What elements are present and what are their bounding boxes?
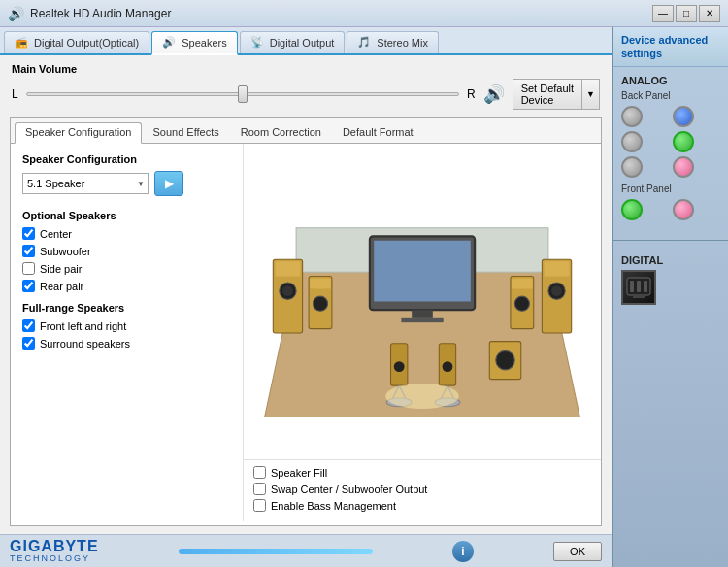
close-button[interactable]: ✕ xyxy=(699,5,720,22)
svg-rect-15 xyxy=(310,279,331,289)
volume-r-label: R xyxy=(467,87,476,101)
volume-section: Main Volume L R 🔊 Set DefaultDevice ▼ xyxy=(0,55,612,117)
side-pair-checkbox[interactable] xyxy=(22,262,35,275)
volume-thumb[interactable] xyxy=(238,85,248,103)
volume-l-label: L xyxy=(12,87,18,101)
checkbox-front-lr: Front left and right xyxy=(22,319,231,332)
ok-button[interactable]: OK xyxy=(553,542,602,561)
jack-back-2[interactable] xyxy=(673,106,694,127)
window-controls: — □ ✕ xyxy=(652,5,720,22)
speaker-fill-checkbox[interactable] xyxy=(253,466,266,479)
jack-front-2[interactable] xyxy=(673,199,694,220)
rear-pair-checkbox[interactable] xyxy=(22,280,35,292)
speaker-stage-svg xyxy=(244,144,601,459)
play-button[interactable]: ▶ xyxy=(154,171,183,196)
center-label: Center xyxy=(40,228,72,240)
speaker-fill-label: Speaker Fill xyxy=(271,467,327,479)
checkbox-subwoofer: Subwoofer xyxy=(22,245,231,257)
speakers-icon: 🔊 xyxy=(162,36,176,49)
tab-digital-output-optical[interactable]: 📻 Digital Output(Optical) xyxy=(4,31,149,53)
sub-tab-default-format[interactable]: Default Format xyxy=(332,122,424,143)
sub-tabs: Speaker Configuration Sound Effects Room… xyxy=(11,118,601,144)
front-lr-checkbox[interactable] xyxy=(22,319,35,332)
tab-stereo-mix[interactable]: 🎵 Stereo Mix xyxy=(347,31,439,53)
speaker-fill-row: Speaker Fill xyxy=(253,466,591,479)
bass-mgmt-checkbox[interactable] xyxy=(253,499,266,512)
svg-rect-34 xyxy=(630,281,634,292)
speaker-config-row: 5.1 Speaker Stereo Quadraphonic 7.1 Spea… xyxy=(22,171,231,196)
right-sidebar: Device advancedsettings ANALOG Back Pane… xyxy=(612,27,728,567)
digital-port-icon xyxy=(621,270,656,305)
svg-rect-3 xyxy=(275,261,300,276)
subwoofer-checkbox[interactable] xyxy=(22,245,35,257)
bass-mgmt-row: Enable Bass Management xyxy=(253,499,591,512)
tab-digital-output[interactable]: 📡 Digital Output xyxy=(240,31,346,53)
speaker-config-label: Speaker Configuration xyxy=(22,153,231,165)
analog-title: ANALOG xyxy=(621,75,720,86)
jack-back-3[interactable] xyxy=(621,131,643,152)
fullrange-speakers-title: Full-range Speakers xyxy=(22,302,231,314)
digital-output-optical-icon: 📻 xyxy=(15,36,28,49)
info-button[interactable]: i xyxy=(452,541,474,562)
app-icon: 🔊 xyxy=(8,6,24,21)
technology-text: TECHNOLOGY xyxy=(10,554,99,563)
speaker-content: Speaker Configuration 5.1 Speaker Stereo… xyxy=(11,144,601,521)
jack-back-6[interactable] xyxy=(673,156,694,178)
sub-tab-speaker-config[interactable]: Speaker Configuration xyxy=(15,122,142,144)
digital-section: DIGITAL xyxy=(613,247,728,313)
checkbox-surround: Surround speakers xyxy=(22,337,231,350)
speaker-visualization: Speaker Fill Swap Center / Subwoofer Out… xyxy=(244,144,601,521)
volume-slider[interactable] xyxy=(26,84,459,104)
speaker-left-panel: Speaker Configuration 5.1 Speaker Stereo… xyxy=(11,144,244,521)
minimize-button[interactable]: — xyxy=(652,5,674,22)
svg-point-31 xyxy=(496,350,514,369)
speaker-config-dropdown-wrapper: 5.1 Speaker Stereo Quadraphonic 7.1 Spea… xyxy=(22,173,149,194)
svg-point-26 xyxy=(443,361,453,372)
tab-speakers-label: Speakers xyxy=(182,37,226,49)
swap-center-row: Swap Center / Subwoofer Output xyxy=(253,483,591,495)
stereo-mix-icon: 🎵 xyxy=(357,36,371,49)
maximize-button[interactable]: □ xyxy=(676,5,697,22)
checkbox-side-pair: Side pair xyxy=(22,262,231,275)
jack-back-4[interactable] xyxy=(673,131,694,152)
volume-speaker-icon[interactable]: 🔊 xyxy=(483,83,505,105)
back-panel-title: Back Panel xyxy=(621,90,720,101)
front-panel-jacks xyxy=(621,199,720,220)
svg-rect-37 xyxy=(633,295,645,298)
tab-digital-output-label: Digital Output xyxy=(270,37,335,49)
device-advanced-link[interactable]: Device advancedsettings xyxy=(621,34,708,59)
subwoofer-label: Subwoofer xyxy=(40,246,91,257)
front-lr-label: Front left and right xyxy=(40,320,126,332)
sub-tab-sound-effects[interactable]: Sound Effects xyxy=(142,122,229,143)
titlebar: 🔊 Realtek HD Audio Manager — □ ✕ xyxy=(0,0,728,27)
volume-label: Main Volume xyxy=(12,63,600,75)
svg-point-9 xyxy=(551,285,562,296)
sub-tab-room-correction[interactable]: Room Correction xyxy=(230,122,332,143)
set-default-device-arrow-icon[interactable]: ▼ xyxy=(582,86,599,102)
surround-label: Surround speakers xyxy=(40,338,130,350)
left-content: 📻 Digital Output(Optical) 🔊 Speakers 📡 D… xyxy=(0,27,612,567)
jack-back-5[interactable] xyxy=(621,156,643,178)
surround-checkbox[interactable] xyxy=(22,337,35,350)
rear-pair-label: Rear pair xyxy=(40,281,83,292)
swap-center-checkbox[interactable] xyxy=(253,483,266,495)
bottom-progress-bar xyxy=(179,549,373,554)
bass-mgmt-label: Enable Bass Management xyxy=(271,500,396,512)
checkbox-rear-pair: Rear pair xyxy=(22,280,231,292)
svg-rect-35 xyxy=(637,281,641,292)
panel-area: Speaker Configuration Sound Effects Room… xyxy=(10,117,602,526)
set-default-device-label: Set DefaultDevice xyxy=(513,80,582,109)
tab-stereo-mix-label: Stereo Mix xyxy=(377,37,428,49)
bottom-checkboxes: Speaker Fill Swap Center / Subwoofer Out… xyxy=(244,459,601,521)
svg-point-16 xyxy=(313,296,327,311)
set-default-device-button[interactable]: Set DefaultDevice ▼ xyxy=(513,79,600,110)
tab-digital-output-optical-label: Digital Output(Optical) xyxy=(34,37,139,49)
jack-front-1[interactable] xyxy=(621,199,643,220)
digital-output-icon: 📡 xyxy=(250,36,264,49)
tab-speakers[interactable]: 🔊 Speakers xyxy=(151,31,237,55)
svg-point-5 xyxy=(282,285,293,296)
analog-section: ANALOG Back Panel Front Panel xyxy=(613,67,728,234)
center-checkbox[interactable] xyxy=(22,227,35,240)
jack-back-1[interactable] xyxy=(621,106,643,127)
speaker-config-dropdown[interactable]: 5.1 Speaker Stereo Quadraphonic 7.1 Spea… xyxy=(22,173,149,194)
